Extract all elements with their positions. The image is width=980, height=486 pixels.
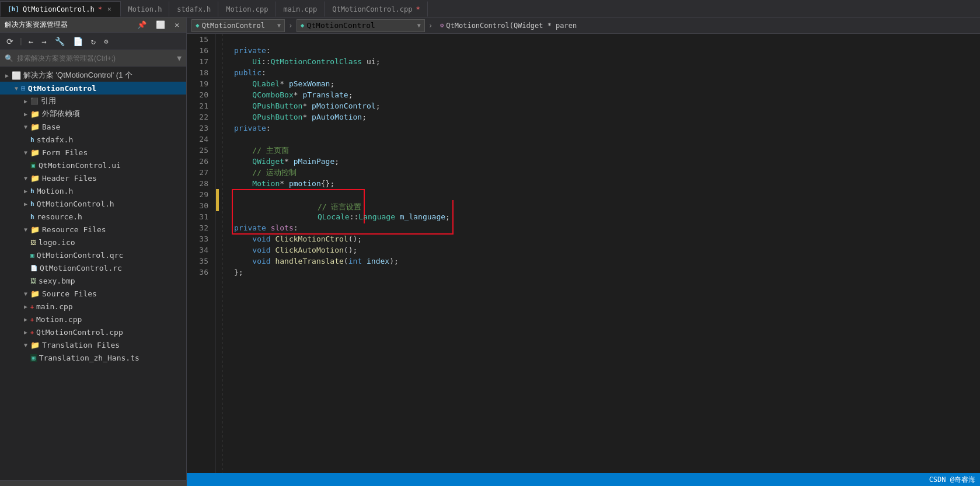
tab-stdafx-h[interactable]: stdafx.h [169, 1, 218, 17]
base-folder-icon: 📁 [30, 123, 40, 131]
form-folder-icon: 📁 [30, 148, 40, 157]
resource-h-label: resource.h [37, 212, 82, 221]
sexy-bmp-label: sexy.bmp [39, 277, 75, 285]
source-files-label: Source Files [42, 289, 97, 298]
code-line-18: public: [225, 67, 980, 78]
sidebar-item-form-files[interactable]: ▼ 📁 Form Files [0, 146, 186, 159]
sidebar-item-motion-cpp[interactable]: ▶ + Motion.cpp [0, 313, 186, 326]
show-all-files-button[interactable]: 📄 [70, 36, 86, 47]
motion-h-expand-icon: ▶ [21, 188, 30, 194]
sync-files-button[interactable]: ⟳ [4, 36, 16, 47]
sidebar-item-resource-h[interactable]: h resource.h [0, 210, 186, 223]
breadcrumb-label3: QtMotionControl(QWidget * paren [446, 22, 577, 30]
code-line-29: // 语言设置 [225, 189, 980, 200]
refresh-button[interactable]: ↻ [88, 36, 99, 47]
sidebar-item-stdafx[interactable]: h stdafx.h [0, 133, 186, 146]
back-button[interactable]: ← [26, 36, 36, 47]
sidebar-item-qtmotioncontrol-cpp[interactable]: ▶ + QtMotionControl.cpp [0, 326, 186, 338]
sidebar-item-qtmotioncontrol-ui[interactable]: ▣ QtMotionControl.ui [0, 159, 186, 172]
project-name-label: QtMotionControl [28, 84, 96, 93]
sidebar-item-resource-files[interactable]: ▼ 📁 Resource Files [0, 223, 186, 236]
qtmotioncontrol-ui-label: QtMotionControl.ui [39, 161, 121, 170]
solution-label: 解决方案 'QtMotionControl' (1 个 [23, 70, 132, 81]
settings-button[interactable]: ⚙ [101, 36, 111, 47]
sidebar-title-bar: 解决方案资源管理器 📌 ⬜ ✕ [0, 18, 186, 33]
tab-label: stdafx.h [177, 5, 211, 13]
code-line-36: }; [225, 267, 980, 278]
breadcrumb-dropdown-arrow1: ▼ [277, 22, 281, 29]
breadcrumb-section1[interactable]: ◆ QtMotionControl ▼ [191, 19, 285, 32]
code-line-30: QLocale::Language m_language; [225, 200, 980, 211]
breadcrumb-section3[interactable]: ⚙ QtMotionControl(QWidget * paren [437, 19, 975, 32]
sidebar-item-translation-files[interactable]: ▼ 📁 Translation Files [0, 338, 186, 351]
main-cpp-expand-icon: ▶ [21, 303, 30, 310]
sidebar-item-external[interactable]: ▶ 📁 外部依赖项 [0, 107, 186, 120]
float-icon[interactable]: ⬜ [154, 19, 168, 30]
tab-label: main.cpp [283, 5, 317, 13]
code-line-33: void ClickMotionCtrol(); [225, 233, 980, 244]
qtmotioncontrol-cpp-label: QtMotionControl.cpp [36, 328, 123, 337]
breadcrumb-section2[interactable]: ◆ QtMotionControl ▼ [297, 19, 425, 32]
base-expand-icon: ▼ [21, 124, 30, 130]
breadcrumb-icon1: ◆ [196, 22, 200, 29]
sidebar-title-text: 解决方案资源管理器 [5, 20, 130, 30]
code-line-22: QPushButton* pAutoMotion; [225, 111, 980, 123]
refs-icon: ⬛ [30, 97, 39, 105]
resource-folder-icon: 📁 [30, 225, 40, 234]
sidebar-item-project[interactable]: ▼ ⊞ QtMotionControl [0, 82, 186, 95]
tab-motion-cpp[interactable]: Motion.cpp [218, 1, 275, 17]
sidebar-item-logo-ico[interactable]: 🖼 logo.ico [0, 236, 186, 249]
search-input[interactable] [17, 54, 173, 62]
tab-label: Motion.h [128, 5, 162, 13]
properties-button[interactable]: 🔧 [52, 36, 68, 47]
trans-expand-icon: ▼ [21, 342, 30, 348]
code-line-20: QComboBox* pTranslate; [225, 89, 980, 100]
sidebar-item-qtmotioncontrol-h[interactable]: ▶ h QtMotionControl.h [0, 197, 186, 210]
sidebar-item-solution[interactable]: ▶ ⬜ 解决方案 'QtMotionControl' (1 个 [0, 69, 186, 82]
close-sidebar-icon[interactable]: ✕ [172, 19, 182, 30]
ts-file-icon: ▣ [30, 354, 37, 362]
resource-files-label: Resource Files [42, 225, 106, 234]
sidebar-item-refs[interactable]: ▶ ⬛ 引用 [0, 95, 186, 107]
solution-icon: ⬜ [12, 71, 21, 80]
tab-motion-h[interactable]: Motion.h [121, 1, 170, 17]
editor-area: ◆ QtMotionControl ▼ › ◆ QtMotionControl … [187, 18, 980, 486]
code-line-27: // 运动控制 [225, 167, 980, 178]
search-dropdown-icon[interactable]: ▼ [177, 54, 182, 62]
sidebar-scrollbar[interactable] [0, 480, 186, 486]
close-tab-button[interactable]: ✕ [106, 5, 113, 13]
code-container: 15 16 17 18 19 20 21 22 23 24 25 26 27 2… [187, 34, 980, 473]
modified-indicator: * [98, 5, 102, 13]
external-label: 外部依赖项 [42, 109, 80, 119]
code-line-21: QPushButton* pMotionControl; [225, 100, 980, 111]
qtmotioncontrol-qrc-label: QtMotionControl.qrc [37, 251, 124, 260]
translation-folder-icon: 📁 [30, 341, 40, 349]
tab-qtmotioncontrol-cpp[interactable]: QtMotionControl.cpp * [325, 1, 428, 17]
code-editor[interactable]: private: Ui::QtMotionControlClass ui; pu… [225, 34, 980, 473]
tab-main-cpp[interactable]: main.cpp [275, 1, 325, 17]
pin-icon[interactable]: 📌 [135, 19, 149, 30]
header-folder-icon: 📁 [30, 174, 40, 183]
base-label: Base [42, 123, 60, 131]
sidebar-item-qtmotioncontrol-qrc[interactable]: ▣ QtMotionControl.qrc [0, 249, 186, 261]
status-bar: CSDN @奇睿海 [187, 473, 980, 486]
sidebar-item-main-cpp[interactable]: ▶ + main.cpp [0, 300, 186, 313]
main-cpp-label: main.cpp [36, 302, 73, 311]
sidebar-item-motion-h[interactable]: ▶ h Motion.h [0, 184, 186, 197]
cpp-file-icon: + [30, 316, 34, 323]
sidebar-item-translation-ts[interactable]: ▣ Translation_zh_Hans.ts [0, 351, 186, 364]
motion-cpp-expand-icon: ▶ [21, 316, 30, 323]
sidebar-item-header-files[interactable]: ▼ 📁 Header Files [0, 172, 186, 184]
code-line-26: QWidget* pMainPage; [225, 156, 980, 167]
sidebar-item-sexy-bmp[interactable]: 🖼 sexy.bmp [0, 274, 186, 287]
tab-qtmotioncontrol-h[interactable]: [h] QtMotionControl.h * ✕ [0, 1, 121, 17]
qtmotioncontrol-h-label: QtMotionControl.h [37, 200, 114, 208]
rc-file-icon: 📄 [30, 265, 37, 271]
code-line-24 [225, 134, 980, 145]
stdafx-label: stdafx.h [37, 135, 74, 144]
source-folder-icon: 📁 [30, 289, 40, 298]
forward-button[interactable]: → [39, 36, 49, 47]
sidebar-item-source-files[interactable]: ▼ 📁 Source Files [0, 287, 186, 300]
sidebar-item-qtmotioncontrol-rc[interactable]: 📄 QtMotionControl.rc [0, 261, 186, 274]
sidebar-item-base[interactable]: ▼ 📁 Base [0, 120, 186, 133]
